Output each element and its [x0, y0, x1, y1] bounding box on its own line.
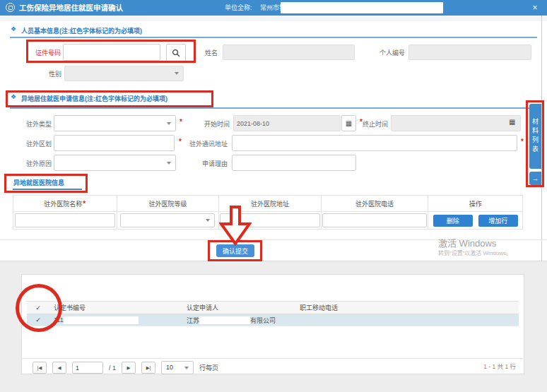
cert-no-cell: 111 — [49, 314, 182, 326]
abroad-type-label: 驻外类型 — [23, 119, 52, 129]
id-number-input[interactable] — [63, 44, 160, 61]
redaction-box — [281, 2, 443, 13]
hospital-table: 驻外医院名称* 驻外医院等级 驻外医院地址 驻外医院电话 操作 删除 增加行 — [13, 195, 523, 230]
confirm-submit-button[interactable]: 确认提交 — [216, 244, 254, 257]
result-table-row[interactable]: ✓ 111 江苏有限公司 — [27, 314, 519, 326]
row-checkbox[interactable]: ✓ — [27, 314, 49, 326]
hospital-grade-select[interactable] — [120, 213, 215, 227]
windows-activate-watermark-sub: 转到“设置”以激活 Windows。 — [438, 249, 512, 256]
divider — [0, 16, 547, 21]
section-diamond-icon: ❖ — [11, 93, 16, 100]
page-size-select[interactable]: 10 — [161, 361, 194, 374]
select-all-checkbox[interactable]: ✓ — [27, 302, 49, 314]
windows-activate-watermark: 激活 Windows — [438, 236, 496, 249]
tab-underline — [13, 189, 82, 190]
abroad-type-select[interactable] — [54, 115, 176, 131]
abroad-district-label: 驻外区划 — [23, 139, 52, 148]
check-icon: ✓ — [35, 304, 41, 311]
col-hospital-grade: 驻外医院等级 — [117, 196, 220, 211]
result-table: ✓ 认定书编号 认定申请人 职工移动电话 ✓ 111 江苏有限公司 — [27, 301, 519, 326]
abroad-address-input[interactable] — [232, 135, 517, 151]
chevron-down-icon — [175, 72, 179, 75]
chevron-down-icon — [167, 162, 171, 165]
pager-last-button[interactable]: ▶| — [141, 362, 155, 374]
col-action: 操作 — [428, 196, 522, 211]
mobile-phone-cell — [295, 314, 519, 326]
apply-reason-input[interactable] — [232, 155, 356, 171]
start-date-label: 开始时间 — [203, 119, 230, 129]
chevron-down-icon — [206, 219, 210, 222]
search-icon — [172, 49, 180, 57]
material-list-tab[interactable]: 材料列表 — [529, 104, 541, 169]
col-applicant: 认定申请人 — [182, 302, 295, 314]
pager-first-button[interactable]: |◀ — [33, 362, 47, 374]
check-icon: ✓ — [35, 316, 41, 323]
hospital-address-input[interactable] — [220, 213, 320, 227]
abroad-address-label: 驻外通讯地址 — [188, 139, 228, 148]
abroad-reason-select[interactable] — [54, 155, 176, 171]
gender-label: 性别 — [42, 69, 61, 78]
page-total-label: / 1 — [109, 364, 116, 372]
divider — [541, 16, 542, 261]
applicant-cell: 江苏有限公司 — [182, 314, 295, 326]
required-mark: * — [180, 118, 182, 126]
divider — [21, 358, 524, 359]
col-cert-no: 认定书编号 — [49, 302, 182, 314]
close-button[interactable]: × — [527, 0, 543, 16]
dialog-title: 工伤保险异地居住就医申请确认 — [19, 0, 123, 16]
hospital-info-tab[interactable]: 异地就医医院信息 — [13, 178, 64, 187]
apply-reason-label: 申请理由 — [201, 159, 228, 168]
hospital-phone-input[interactable] — [322, 213, 427, 227]
id-number-label: 证件号码 — [30, 48, 61, 57]
personal-no-label: 个人编号 — [376, 48, 405, 57]
result-table-header: ✓ 认定书编号 认定申请人 职工移动电话 — [27, 301, 519, 314]
per-page-label: 行每页 — [199, 363, 218, 372]
col-mobile-phone: 职工移动电话 — [295, 302, 519, 314]
section-underline — [10, 107, 537, 109]
end-date-label: 终止时间 — [361, 119, 388, 129]
dialog-work-injury-application: 工伤保险异地居住就医申请确认 单位全称: 常州市钟楼区 × ❖ 人员基本信息(注… — [0, 0, 547, 392]
personal-no-input — [408, 44, 531, 60]
person-section-title: 人员基本信息(注:红色字体标记的为必填项) — [21, 26, 142, 35]
abroad-reason-label: 驻外原因 — [23, 159, 52, 168]
name-label: 姓名 — [199, 48, 218, 57]
chevron-down-icon — [167, 122, 171, 125]
search-button[interactable] — [166, 44, 186, 62]
row-count-summary: 1 - 1 共 1 行 — [442, 362, 516, 370]
required-mark: * — [179, 138, 182, 145]
section-underline — [10, 37, 537, 38]
chevron-down-icon — [184, 367, 189, 369]
redaction-box — [64, 316, 139, 324]
hospital-table-row: 删除 增加行 — [13, 212, 523, 230]
hospital-table-header: 驻外医院名称* 驻外医院等级 驻外医院地址 驻外医院电话 操作 — [13, 195, 523, 212]
add-row-button[interactable]: 增加行 — [478, 215, 518, 227]
abroad-district-input[interactable] — [54, 135, 175, 151]
hospital-name-input[interactable] — [15, 213, 115, 227]
page-number-input[interactable] — [72, 362, 103, 374]
start-date-input[interactable] — [233, 115, 341, 131]
col-hospital-phone: 驻外医院电话 — [322, 196, 429, 211]
app-icon — [6, 3, 15, 12]
end-date-input — [391, 115, 521, 131]
start-date-calendar-button[interactable]: ▦ — [341, 115, 356, 131]
pager-next-button[interactable]: ▶ — [122, 362, 136, 374]
required-mark: * — [83, 200, 86, 208]
material-list-tab-label: 材料列表 — [531, 118, 540, 155]
unit-name-label: 单位全称: — [225, 0, 252, 16]
pager-prev-button[interactable]: ◀ — [52, 362, 66, 374]
required-mark: * — [521, 138, 524, 145]
calendar-icon: ▦ — [346, 120, 352, 127]
gender-select — [64, 66, 184, 81]
title-bar: 工伤保险异地居住就医申请确认 单位全称: 常州市钟楼区 × — [0, 0, 547, 16]
section-diamond-icon: ❖ — [11, 25, 16, 32]
delete-row-button[interactable]: 删除 — [433, 215, 473, 227]
arrow-right-icon: → — [532, 175, 539, 182]
col-hospital-name: 驻外医院名称* — [13, 196, 117, 211]
name-input — [223, 44, 355, 60]
collapse-arrow-button[interactable]: → — [529, 172, 541, 185]
apply-section-title: 异地居住就医申请信息(注:红色字体标记的为必填项) — [21, 94, 167, 103]
calendar-icon: ▦ — [509, 119, 515, 126]
redaction-box — [199, 316, 250, 324]
col-hospital-address: 驻外医院地址 — [219, 196, 322, 211]
pagination: |◀ ◀ / 1 ▶ ▶| 10 行每页 — [33, 361, 218, 374]
